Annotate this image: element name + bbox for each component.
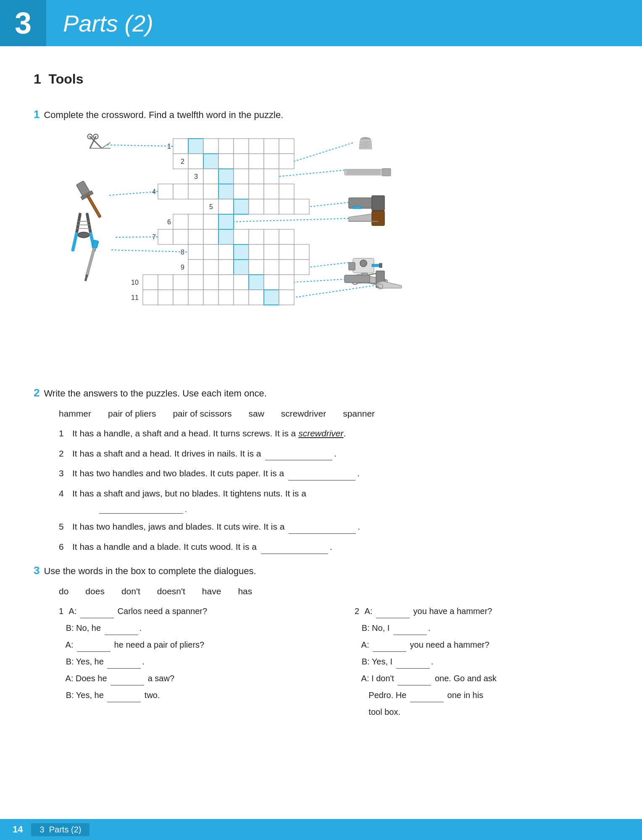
svg-rect-3 — [218, 139, 234, 154]
sentence-6: 6 It has a handle and a blade. It cuts w… — [59, 540, 608, 554]
blank-d1-4[interactable] — [107, 668, 141, 669]
word-doesnt: doesn't — [157, 586, 185, 596]
exercise3-row: 3 Use the words in the box to complete t… — [34, 564, 608, 578]
chapter-number: 3 — [0, 0, 46, 46]
svg-rect-21 — [234, 169, 249, 184]
sentences-list: 1 It has a handle, a shaft and a head. I… — [59, 426, 608, 554]
svg-rect-67 — [188, 260, 203, 275]
svg-rect-69 — [218, 260, 234, 275]
svg-rect-70 — [234, 260, 249, 275]
blank-d1-5[interactable] — [111, 685, 144, 685]
blank-d2-3[interactable] — [373, 651, 406, 652]
blank-d1-2[interactable] — [105, 635, 138, 635]
svg-line-151 — [109, 192, 158, 195]
svg-rect-79 — [188, 275, 203, 290]
svg-point-139 — [360, 260, 367, 267]
svg-rect-72 — [264, 260, 279, 275]
exercise1-instruction: Complete the crossword. Find a twelfth w… — [44, 108, 283, 122]
svg-rect-96 — [279, 290, 294, 305]
svg-rect-11 — [203, 154, 218, 169]
svg-rect-58 — [188, 244, 203, 260]
dial2-line4: B: Yes, I . — [355, 654, 608, 669]
blank-5[interactable] — [289, 533, 356, 534]
svg-text:3: 3 — [194, 173, 198, 180]
dial1-line3: A: he need a pair of pliers? — [59, 638, 313, 652]
svg-line-150 — [279, 170, 345, 176]
svg-rect-48 — [158, 229, 173, 244]
page-header: 3 Parts (2) — [0, 0, 642, 46]
svg-rect-5 — [249, 139, 264, 154]
svg-rect-87 — [143, 290, 158, 305]
svg-rect-90 — [188, 290, 203, 305]
svg-rect-63 — [264, 244, 279, 260]
sentence-2: 2 It has a shaft and a head. It drives i… — [59, 446, 608, 461]
chapter-title: Parts (2) — [63, 10, 153, 37]
blank-2[interactable] — [265, 460, 332, 460]
svg-line-152 — [309, 202, 349, 207]
blank-6[interactable] — [261, 554, 328, 554]
word-hammer: hammer — [59, 409, 91, 419]
svg-rect-118 — [87, 195, 101, 218]
svg-rect-4 — [234, 139, 249, 154]
blank-3[interactable] — [288, 480, 355, 480]
svg-text:11: 11 — [131, 294, 139, 301]
svg-rect-55 — [264, 229, 279, 244]
svg-rect-78 — [173, 275, 188, 290]
dialogue-col-2: 2 A: you have a hammer? B: No, I . A: yo… — [355, 604, 608, 722]
word-have: have — [202, 586, 221, 596]
exercise2-row: 2 Write the answers to the puzzles. Use … — [34, 386, 608, 400]
svg-rect-15 — [264, 154, 279, 169]
svg-rect-74 — [294, 260, 309, 275]
dial2-line7: tool box. — [355, 705, 608, 719]
svg-rect-54 — [249, 229, 264, 244]
svg-line-125 — [73, 234, 77, 250]
dial1-line5: A: Does he a saw? — [59, 671, 313, 685]
word-does: does — [85, 586, 105, 596]
svg-rect-39 — [264, 199, 279, 214]
svg-line-102 — [102, 142, 111, 148]
dial1-line1: 1 A: Carlos need a spanner? — [59, 604, 313, 618]
svg-rect-38 — [249, 199, 264, 214]
svg-line-123 — [87, 214, 91, 234]
dialogue-box: 1 A: Carlos need a spanner? B: No, he . … — [59, 604, 608, 722]
svg-rect-12 — [218, 154, 234, 169]
svg-rect-32 — [264, 184, 279, 199]
svg-rect-73 — [279, 260, 294, 275]
word-screwdriver: screwdriver — [281, 409, 326, 419]
sentence-1: 1 It has a handle, a shaft and a head. I… — [59, 426, 608, 441]
exercise3-instruction: Use the words in the box to complete the… — [44, 564, 256, 578]
svg-rect-131 — [372, 211, 384, 226]
blank-d2-6[interactable] — [410, 702, 444, 702]
exercise2-word-list: hammer pair of pliers pair of scissors s… — [59, 409, 608, 419]
svg-rect-61 — [234, 244, 249, 260]
svg-text:2: 2 — [181, 158, 184, 165]
svg-rect-68 — [203, 260, 218, 275]
blank-d1-3[interactable] — [77, 651, 111, 652]
svg-rect-13 — [234, 154, 249, 169]
svg-rect-82 — [234, 275, 249, 290]
exercise2-num: 2 — [34, 386, 39, 399]
exercise3-word-list: do does don't doesn't have has — [59, 586, 608, 596]
blank-d2-2[interactable] — [393, 635, 427, 635]
svg-rect-137 — [349, 262, 355, 270]
blank-d1-6[interactable] — [107, 702, 141, 702]
svg-rect-91 — [203, 290, 218, 305]
blank-d2-1[interactable] — [376, 618, 410, 618]
svg-rect-84 — [264, 275, 279, 290]
svg-rect-6 — [264, 139, 279, 154]
svg-rect-93 — [234, 290, 249, 305]
blank-4[interactable] — [99, 513, 183, 514]
svg-rect-2 — [203, 139, 218, 154]
dial2-line5: A: I don't one. Go and ask — [355, 671, 608, 685]
blank-d2-5[interactable] — [397, 685, 431, 685]
svg-point-124 — [78, 232, 89, 238]
word-pair-pliers: pair of pliers — [108, 409, 156, 419]
blank-d2-4[interactable] — [396, 668, 430, 669]
blank-d1-1[interactable] — [80, 618, 114, 618]
svg-rect-26 — [173, 184, 188, 199]
svg-rect-95 — [264, 290, 279, 305]
word-pair-scissors: pair of scissors — [173, 409, 232, 419]
svg-rect-46 — [218, 214, 234, 229]
svg-rect-88 — [158, 290, 173, 305]
svg-rect-60 — [218, 244, 234, 260]
